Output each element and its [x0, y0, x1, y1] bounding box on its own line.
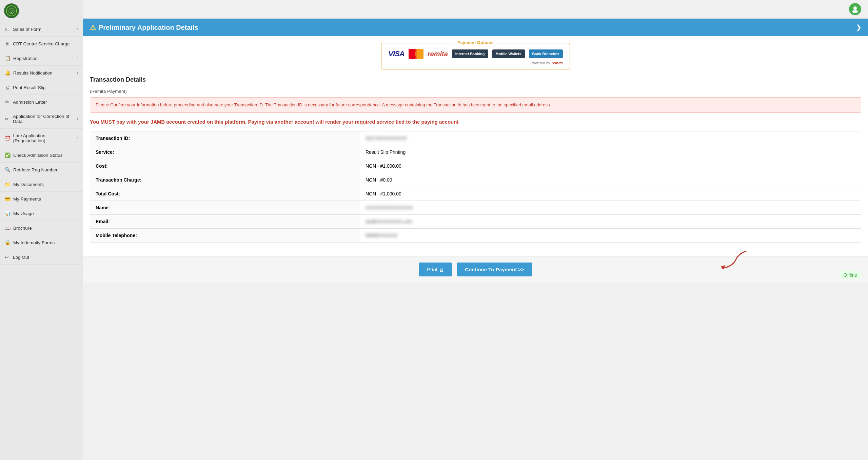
mobile-wallets-btn[interactable]: Mobile Wallets — [492, 49, 525, 58]
table-row: Total Cost: NGN - #1,000.00 — [90, 187, 861, 201]
sidebar-item-brochure[interactable]: 📖 Brochure — [0, 221, 83, 235]
sidebar-icon-sales-of-form: 🏷 — [5, 26, 10, 32]
continue-payment-button[interactable]: Continue To Payment >> — [457, 263, 532, 276]
sidebar-item-left: ✏ Application for Correction of Data — [5, 114, 77, 124]
sidebar-label-log-out: Log Out — [13, 255, 29, 260]
field-label: Transaction Charge: — [90, 173, 360, 187]
panel-title: ⚠ Preliminary Application Details — [90, 23, 198, 32]
chevron-icon-sales-of-form: ‹ — [77, 27, 78, 32]
payment-options-container: Payment Options VISA remita Internet Ban… — [90, 43, 861, 69]
sidebar-item-my-usage[interactable]: 📊 My Usage — [0, 206, 83, 221]
sidebar-label-application-correction: Application for Correction of Data — [13, 114, 77, 124]
table-row: Name: XXXXXXXXXXXXXXX — [90, 201, 861, 215]
field-value-cell: NGN - #1,000.00 — [360, 187, 861, 201]
sidebar-item-log-out[interactable]: ↩ Log Out — [0, 250, 83, 265]
sidebar-item-check-admission[interactable]: ✅ Check Admission Status — [0, 148, 83, 163]
sidebar-item-my-documents[interactable]: 📁 My Documents — [0, 177, 83, 192]
content-area: ⚠ Preliminary Application Details ❯ Paym… — [83, 19, 868, 283]
sidebar-item-admission-letter[interactable]: ✉ Admission Letter — [0, 95, 83, 109]
sidebar-item-left: 🔍 Retrieve Reg Number — [5, 167, 58, 172]
svg-text:J: J — [11, 9, 13, 13]
sidebar-icon-cbt-centre: 🖥 — [5, 41, 10, 46]
alert-info: Please Confirm your Information before p… — [90, 97, 861, 113]
sidebar-item-cbt-centre[interactable]: 🖥 CBT Centre Service Charge — [0, 37, 83, 51]
sidebar-icon-log-out: ↩ — [5, 254, 10, 260]
sidebar-item-left: ⏰ Late Application (Regularisation) — [5, 133, 77, 143]
mastercard-logo — [409, 49, 423, 59]
arrow-indicator — [719, 250, 753, 271]
sidebar-item-left: 📊 My Usage — [5, 211, 34, 216]
sidebar-item-left: ↩ Log Out — [5, 254, 29, 260]
sidebar-icon-my-documents: 📁 — [5, 182, 11, 187]
sidebar-icon-check-admission: ✅ — [5, 152, 11, 158]
field-value-cell: Result Slip Printing — [360, 145, 861, 159]
table-row: Transaction ID: 201742XXXXXXXX — [90, 131, 861, 145]
blurred-value: 201742XXXXXXXX — [366, 135, 407, 141]
sidebar-item-left: ✅ Check Admission Status — [5, 152, 63, 158]
panel-collapse-icon[interactable]: ❯ — [856, 24, 861, 31]
chevron-icon-application-correction: ‹ — [77, 117, 78, 121]
field-label: Cost: — [90, 159, 360, 173]
sidebar: J 🏷 Sales of Form ‹ 🖥 CBT Centre Service… — [0, 0, 83, 460]
sidebar-icon-my-payments: 💳 — [5, 196, 11, 202]
sidebar-label-admission-letter: Admission Letter — [13, 100, 47, 105]
sidebar-icon-registration: 📋 — [5, 56, 11, 61]
field-value-cell: 201742XXXXXXXX — [360, 131, 861, 145]
sidebar-icon-my-indemnity: 🔒 — [5, 240, 11, 245]
remita-logo: remita — [428, 50, 448, 58]
remita-brand: remita — [552, 61, 563, 65]
payment-logos: VISA remita Internet Banking Mobile Wall… — [388, 49, 563, 59]
sidebar-item-application-correction[interactable]: ✏ Application for Correction of Data ‹ — [0, 109, 83, 129]
sidebar-label-check-admission: Check Admission Status — [13, 153, 63, 158]
sidebar-item-left: 💳 My Payments — [5, 196, 41, 202]
payment-options-box: Payment Options VISA remita Internet Ban… — [381, 43, 570, 69]
sidebar-icon-results-notification: 🔔 — [5, 70, 11, 76]
field-value-cell: XXXXXXXXXXXXXXX — [360, 201, 861, 215]
sidebar-item-print-result-slip[interactable]: 🖨 Print Result Slip — [0, 80, 83, 95]
field-value: NGN - #1,000.00 — [366, 163, 401, 169]
powered-by-text: Powered by — [531, 61, 550, 65]
field-value-cell: NGN - #1,000.00 — [360, 159, 861, 173]
field-value: NGN - #0.00 — [366, 177, 392, 183]
sidebar-item-my-payments[interactable]: 💳 My Payments — [0, 192, 83, 206]
top-bar — [83, 0, 868, 19]
section-title: Transaction Details — [90, 76, 861, 83]
transaction-table: Transaction ID: 201742XXXXXXXX Service: … — [90, 131, 861, 243]
field-label: Total Cost: — [90, 187, 360, 201]
sidebar-label-print-result-slip: Print Result Slip — [13, 85, 45, 90]
sidebar-item-my-indemnity[interactable]: 🔒 My Indemnity Forms — [0, 235, 83, 250]
sidebar-item-sales-of-form[interactable]: 🏷 Sales of Form ‹ — [0, 22, 83, 37]
field-label: Email: — [90, 215, 360, 229]
print-button[interactable]: Print 🖨 — [419, 263, 452, 276]
user-avatar[interactable] — [849, 3, 861, 15]
field-value-cell: olu@XXXXXXXX.com — [360, 215, 861, 229]
blurred-value: XXXXXXXXXXXXXXX — [366, 205, 413, 210]
internet-banking-btn[interactable]: Internet Banking — [452, 49, 488, 58]
remita-payment-label: (Remita Payment) — [90, 89, 861, 94]
bank-branches-btn[interactable]: Bank Branches — [529, 49, 563, 58]
field-label: Transaction ID: — [90, 131, 360, 145]
svg-point-4 — [852, 10, 858, 13]
sidebar-label-my-indemnity: My Indemnity Forms — [13, 240, 55, 245]
sidebar-item-registration[interactable]: 📋 Registration ‹ — [0, 51, 83, 66]
field-value: NGN - #1,000.00 — [366, 191, 401, 196]
sidebar-item-left: ✉ Admission Letter — [5, 99, 47, 105]
sidebar-item-left: 📁 My Documents — [5, 182, 44, 187]
sidebar-label-sales-of-form: Sales of Form — [13, 27, 41, 32]
field-value-cell: 08065XXXXXX — [360, 229, 861, 243]
sidebar-item-retrieve-reg[interactable]: 🔍 Retrieve Reg Number — [0, 163, 83, 177]
sidebar-icon-application-correction: ✏ — [5, 116, 10, 122]
field-label: Service: — [90, 145, 360, 159]
sidebar-label-late-application: Late Application (Regularisation) — [13, 133, 77, 143]
field-value: Result Slip Printing — [366, 149, 406, 155]
sidebar-item-results-notification[interactable]: 🔔 Results Notification ‹ — [0, 66, 83, 80]
svg-point-3 — [853, 6, 857, 10]
footer-area: Print 🖨 Continue To Payment >> Offline — [83, 256, 868, 283]
sidebar-item-left: 📋 Registration — [5, 56, 38, 61]
logo-emblem: J — [4, 3, 19, 18]
field-label: Name: — [90, 201, 360, 215]
warning-icon: ⚠ — [90, 23, 96, 32]
sidebar-label-brochure: Brochure — [13, 226, 32, 231]
sidebar-icon-my-usage: 📊 — [5, 211, 11, 216]
sidebar-item-late-application[interactable]: ⏰ Late Application (Regularisation) ‹ — [0, 129, 83, 148]
